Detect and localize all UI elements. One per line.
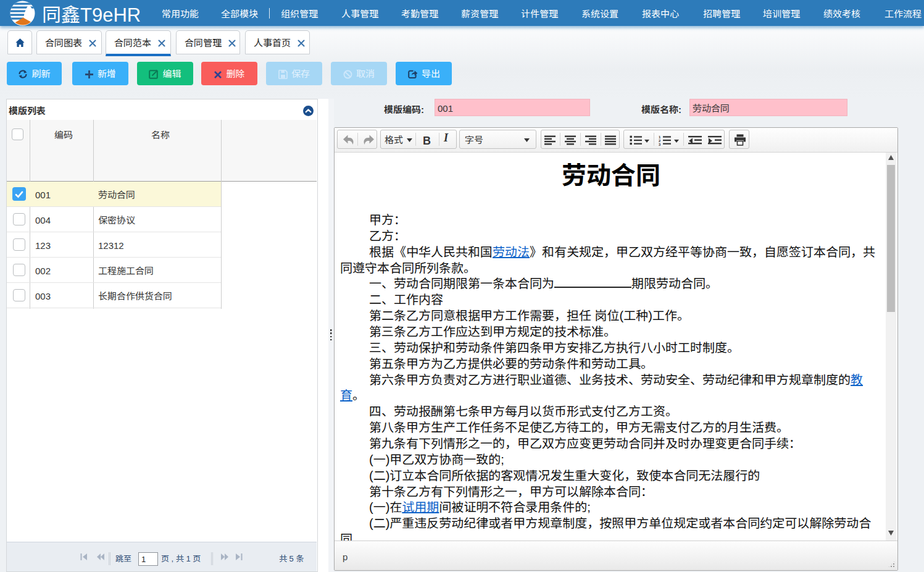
svg-text:3: 3	[659, 143, 661, 146]
